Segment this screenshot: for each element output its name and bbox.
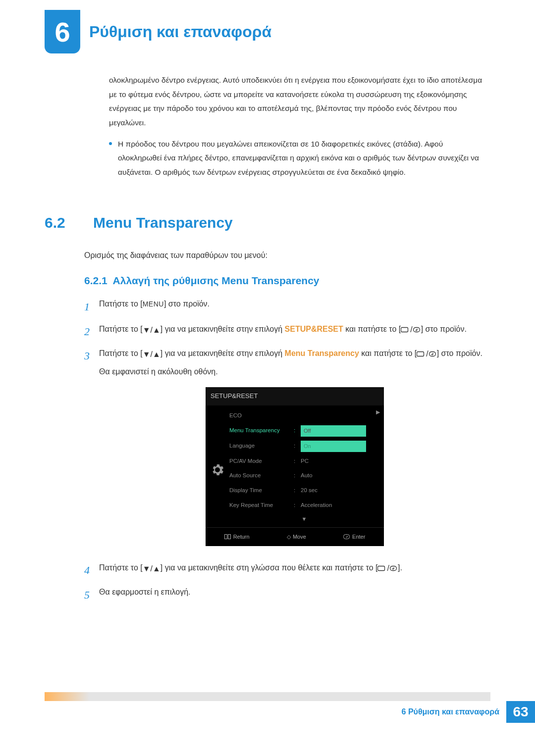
step-4: 4 Πατήστε το [▼/▲] για να μετακινηθείτε … xyxy=(84,560,490,581)
bullet-icon xyxy=(109,142,112,145)
osd-row-pcav: PC/AV Mode:PC xyxy=(229,454,379,469)
osd-option-on: On xyxy=(301,441,366,452)
osd-row-language: Language: On xyxy=(229,439,379,454)
rect-enter-icon: / xyxy=(377,561,397,576)
step-number: 2 xyxy=(84,321,99,342)
svg-rect-5 xyxy=(228,535,230,539)
down-up-icon: ▼/▲ xyxy=(143,561,160,576)
gear-icon xyxy=(210,462,225,477)
osd-row-eco: ECO xyxy=(229,408,379,423)
step-1: 1 Πατήστε το [MENU] στο προϊόν. xyxy=(84,297,490,317)
page-footer: 6 Ρύθμιση και επαναφορά 63 xyxy=(0,701,535,723)
down-up-icon: ▼/▲ xyxy=(143,323,160,338)
intro-paragraph: ολοκληρωμένο δέντρο ενέργειας. Αυτό υποδ… xyxy=(109,73,485,130)
svg-rect-4 xyxy=(224,535,227,539)
step-number: 4 xyxy=(84,560,99,581)
rect-enter-icon: / xyxy=(401,322,421,337)
down-up-icon: ▼/▲ xyxy=(143,347,160,362)
section-title: Menu Transparency xyxy=(93,214,233,231)
svg-rect-7 xyxy=(378,566,385,570)
osd-row-displaytime: Display Time:20 sec xyxy=(229,483,379,498)
osd-screenshot: SETUP&RESET ▶ ECO Menu Transparency: Off xyxy=(206,387,384,546)
arrow-right-icon: ▶ xyxy=(376,407,380,417)
osd-return: Return xyxy=(224,532,250,542)
step-number: 1 xyxy=(84,297,99,317)
step-number: 5 xyxy=(84,585,99,605)
section-heading: 6.2 Menu Transparency xyxy=(45,214,490,231)
arrow-down-icon: ▼ xyxy=(229,513,379,524)
chapter-badge: 6 xyxy=(45,10,80,53)
step-5: 5 Θα εφαρμοστεί η επιλογή. xyxy=(84,585,490,605)
svg-rect-2 xyxy=(417,352,424,356)
footer-divider xyxy=(45,692,490,701)
intro-bullet: Η πρόοδος του δέντρου που μεγαλώνει απει… xyxy=(109,137,485,180)
step-2: 2 Πατήστε το [▼/▲] για να μετακινηθείτε … xyxy=(84,321,490,342)
svg-rect-0 xyxy=(401,327,408,332)
osd-footer: Return ◇ Move Enter xyxy=(206,527,384,542)
footer-chapter-label: 6 Ρύθμιση και επαναφορά xyxy=(402,707,506,716)
section-description: Ορισμός της διαφάνειας των παραθύρων του… xyxy=(84,251,490,260)
osd-row-menu-transparency: Menu Transparency: Off xyxy=(229,423,379,439)
step-number: 3 xyxy=(84,346,99,555)
osd-title: SETUP&RESET xyxy=(206,387,384,405)
osd-move: ◇ Move xyxy=(287,532,306,542)
osd-row-keyrepeat: Key Repeat Time:Acceleration xyxy=(229,498,379,513)
osd-enter: Enter xyxy=(343,532,365,542)
menu-button-label: MENU xyxy=(143,300,164,308)
svg-rect-6 xyxy=(344,535,350,539)
menu-transparency-label: Menu Transparency xyxy=(285,349,359,357)
chapter-title: Ρύθμιση και επαναφορά xyxy=(89,23,271,41)
chapter-header: 6 Ρύθμιση και επαναφορά xyxy=(45,10,490,53)
intro-content: ολοκληρωμένο δέντρο ενέργειας. Αυτό υποδ… xyxy=(45,73,490,180)
page-number: 63 xyxy=(506,701,535,723)
rect-enter-icon: / xyxy=(417,347,436,361)
bullet-text: Η πρόοδος του δέντρου που μεγαλώνει απει… xyxy=(118,137,485,180)
subsection-heading: 6.2.1 Αλλαγή της ρύθμισης Menu Transpare… xyxy=(84,275,490,287)
section-number: 6.2 xyxy=(45,214,79,231)
step-3: 3 Πατήστε το [▼/▲] για να μετακινηθείτε … xyxy=(84,346,490,555)
setup-reset-label: SETUP&RESET xyxy=(285,325,343,333)
osd-row-autosource: Auto Source:Auto xyxy=(229,468,379,483)
osd-option-off: Off xyxy=(301,425,366,437)
